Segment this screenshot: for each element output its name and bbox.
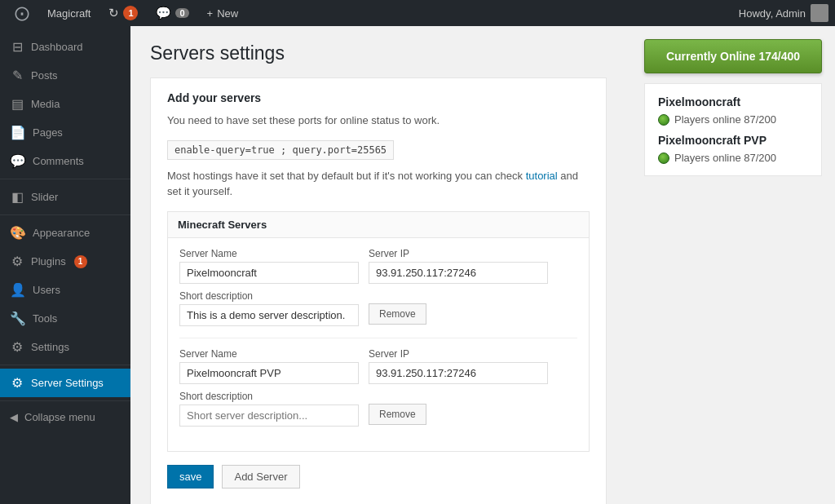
main-content: Servers settings Add your servers You ne… — [130, 26, 631, 504]
pages-icon: 📄 — [10, 125, 26, 140]
server1-ip-label: Server IP — [369, 248, 548, 259]
new-label: New — [217, 7, 238, 20]
sidebar-item-media[interactable]: ▤ Media — [0, 90, 130, 118]
sidebar-label-posts: Posts — [31, 69, 58, 82]
server2-desc-input[interactable] — [179, 405, 359, 427]
sidebar-label-settings: Settings — [31, 341, 69, 353]
server-entry-1: Server Name Server IP Short description — [179, 248, 577, 326]
servers-heading: Minecraft Servers — [167, 211, 590, 238]
sidebar-item-tools[interactable]: 🔧 Tools — [0, 304, 130, 333]
collapse-menu-item[interactable]: ◀ Collapse menu — [0, 405, 130, 430]
servers-body: Server Name Server IP Short description — [167, 238, 590, 452]
currently-online-button[interactable]: Currently Online 174/400 — [644, 39, 822, 73]
site-name: Magicraft — [47, 7, 91, 20]
slider-icon: ◧ — [10, 189, 24, 205]
server1-ip-input[interactable] — [369, 262, 548, 284]
comments-item[interactable]: 💬 0 — [148, 0, 197, 26]
server2-ip-input[interactable] — [369, 362, 548, 384]
server1-players-text: Players online 87/200 — [674, 113, 776, 126]
save-button[interactable]: save — [167, 465, 214, 489]
sidebar: ⊟ Dashboard ✎ Posts ▤ Media 📄 Pages 💬 Co… — [0, 26, 130, 504]
sidebar-label-server-settings: Server Settings — [31, 377, 104, 389]
server-entry-2: Server Name Server IP Short description — [179, 348, 577, 427]
site-name-item[interactable]: Magicraft — [39, 0, 99, 26]
sidebar-item-appearance[interactable]: 🎨 Appearance — [0, 219, 130, 247]
tools-icon: 🔧 — [10, 311, 26, 326]
sidebar-label-plugins: Plugins — [31, 255, 66, 267]
info-line2: Most hostings have it set that by defaul… — [167, 168, 590, 200]
server2-online-dot — [658, 153, 669, 164]
tutorial-link[interactable]: tutorial — [526, 170, 558, 182]
server1-status-name: Pixelmooncraft — [658, 95, 808, 108]
sidebar-item-slider[interactable]: ◧ Slider — [0, 183, 130, 211]
server1-remove-button[interactable]: Remove — [369, 303, 426, 325]
server1-desc-label: Short description — [179, 290, 359, 302]
server2-name-input[interactable] — [179, 362, 359, 384]
right-panel: Currently Online 174/400 Pixelmooncraft … — [631, 26, 835, 504]
plugins-badge: 1 — [74, 255, 87, 268]
server2-desc-label: Short description — [179, 391, 359, 402]
server1-name-input[interactable] — [179, 262, 359, 284]
wp-logo-icon: ⨀ — [15, 4, 29, 22]
users-icon: 👤 — [10, 282, 26, 298]
server2-name-group: Server Name — [179, 348, 359, 384]
sidebar-item-server-settings[interactable]: ⚙ Server Settings — [0, 369, 130, 397]
sidebar-label-users: Users — [33, 284, 60, 296]
server2-status-name: Pixelmooncraft PVP — [658, 134, 808, 147]
server2-status-section: Pixelmooncraft PVP Players online 87/200 — [658, 134, 808, 164]
wp-logo-item[interactable]: ⨀ — [7, 0, 38, 26]
sidebar-label-comments: Comments — [33, 155, 84, 167]
server1-desc-group: Short description — [179, 290, 359, 326]
updates-item[interactable]: ↻ 1 — [100, 0, 146, 26]
appearance-icon: 🎨 — [10, 225, 26, 241]
server1-online-dot — [658, 114, 669, 126]
server2-remove-button[interactable]: Remove — [369, 404, 426, 425]
howdy-text[interactable]: Howdy, Admin — [739, 7, 806, 20]
servers-section: Minecraft Servers Server Name Server IP — [167, 211, 590, 452]
sidebar-label-dashboard: Dashboard — [31, 41, 83, 53]
dashboard-icon: ⊟ — [10, 39, 24, 55]
action-buttons: save Add Server — [167, 465, 590, 489]
new-item[interactable]: + New — [199, 0, 247, 26]
server1-desc-input[interactable] — [179, 304, 359, 326]
plugins-icon: ⚙ — [10, 254, 24, 269]
comments-count: 0 — [175, 8, 188, 18]
server2-desc-group: Short description — [179, 391, 359, 427]
server1-name-group: Server Name — [179, 248, 359, 284]
info-line1: You need to have set these ports for onl… — [167, 113, 590, 129]
sidebar-item-pages[interactable]: 📄 Pages — [0, 118, 130, 147]
main-card: Add your servers You need to have set th… — [150, 77, 607, 504]
server1-name-label: Server Name — [179, 248, 359, 259]
new-icon: + — [207, 7, 214, 20]
sidebar-item-dashboard[interactable]: ⊟ Dashboard — [0, 33, 130, 61]
server1-status-players: Players online 87/200 — [658, 113, 808, 126]
server-status-card: Pixelmooncraft Players online 87/200 Pix… — [644, 83, 822, 176]
sidebar-item-comments[interactable]: 💬 Comments — [0, 147, 130, 175]
sidebar-item-users[interactable]: 👤 Users — [0, 276, 130, 304]
sidebar-label-pages: Pages — [33, 126, 63, 139]
code-snippet: enable-query=true ; query.port=25565 — [167, 140, 394, 160]
collapse-label: Collapse menu — [24, 411, 95, 423]
server2-ip-label: Server IP — [369, 348, 548, 360]
add-server-button[interactable]: Add Server — [222, 465, 299, 489]
sidebar-label-slider: Slider — [31, 191, 58, 203]
server2-players-text: Players online 87/200 — [674, 152, 776, 164]
media-icon: ▤ — [10, 96, 24, 112]
server2-name-label: Server Name — [179, 348, 359, 360]
sidebar-item-settings[interactable]: ⚙ Settings — [0, 333, 130, 361]
server-settings-icon: ⚙ — [10, 375, 24, 391]
server2-ip-group: Server IP — [369, 348, 548, 384]
sidebar-label-tools: Tools — [33, 312, 57, 325]
settings-icon: ⚙ — [10, 339, 24, 355]
sidebar-item-posts[interactable]: ✎ Posts — [0, 61, 130, 90]
admin-bar: ⨀ Magicraft ↻ 1 💬 0 + New Howdy, Admin — [0, 0, 835, 26]
card-heading: Add your servers — [167, 91, 590, 104]
sidebar-item-plugins[interactable]: ⚙ Plugins 1 — [0, 247, 130, 276]
info-text-before: Most hostings have it set that by defaul… — [167, 170, 526, 182]
admin-avatar — [811, 4, 828, 22]
updates-count: 1 — [123, 6, 138, 20]
collapse-icon: ◀ — [10, 411, 18, 423]
page-title: Servers settings — [150, 42, 612, 64]
server1-ip-group: Server IP — [369, 248, 548, 284]
sidebar-label-appearance: Appearance — [33, 227, 90, 239]
